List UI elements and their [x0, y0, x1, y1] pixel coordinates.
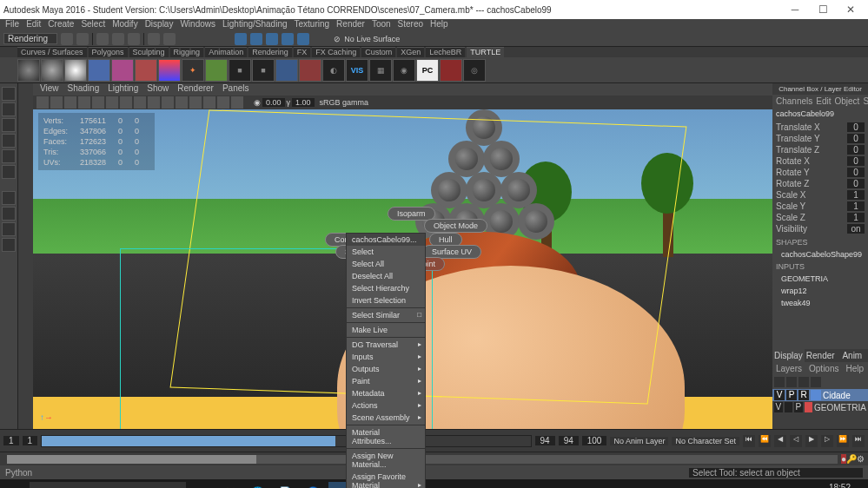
rewind-button[interactable]: ⏮ [743, 435, 755, 447]
ctx-item[interactable]: Scene Assembly [347, 412, 425, 424]
cortana-search[interactable]: ○ Pergunte-me alguma coisa [30, 482, 186, 488]
input-node[interactable]: GEOMETRIA [772, 273, 868, 285]
channel-attr[interactable]: Translate Z0 [776, 144, 865, 155]
vp-menu-item[interactable]: View [40, 83, 59, 96]
vp-tool-icon[interactable] [231, 96, 243, 109]
menu-create[interactable]: Create [48, 19, 74, 31]
channel-attr[interactable]: Rotate X0 [776, 155, 865, 167]
channel-attr[interactable]: Rotate Z0 [776, 178, 865, 189]
layer-menu-item[interactable]: Help [845, 364, 864, 373]
shelf-button[interactable] [111, 59, 134, 82]
ctx-item[interactable]: Actions [347, 399, 425, 412]
vp-tool-icon[interactable] [106, 96, 118, 109]
move-tool[interactable] [2, 134, 16, 148]
layer-button[interactable] [811, 377, 821, 387]
shelf-tab[interactable]: Rendering [248, 47, 292, 57]
ctx-make-live[interactable]: Make Live [347, 324, 425, 336]
layout-button[interactable] [2, 191, 16, 205]
vp-menu-item[interactable]: Shading [68, 83, 100, 96]
set-key-button[interactable]: 🔑 [846, 454, 857, 464]
shelf-button[interactable]: ◐ [322, 59, 345, 82]
input-node[interactable]: tweak49 [772, 297, 868, 309]
channel-attr[interactable]: Visibilityon [776, 223, 865, 234]
workspace-dropdown[interactable]: Rendering [3, 33, 57, 44]
shelf-tab[interactable]: LecheBR [426, 47, 465, 57]
fast-fwd-button[interactable]: ⏭ [852, 435, 865, 447]
channel-tab[interactable]: Channels [776, 96, 812, 106]
time-slider[interactable]: 1 1 94 94 100 No Anim Layer No Character… [0, 429, 868, 452]
menu-windows[interactable]: Windows [180, 19, 215, 31]
shelf-button[interactable] [205, 59, 228, 82]
taskbar-app[interactable]: 🔵 [301, 482, 325, 488]
menu-lighting/shading[interactable]: Lighting/Shading [222, 19, 288, 31]
shelf-button[interactable] [88, 59, 110, 82]
input-node[interactable]: wrap12 [772, 285, 868, 297]
ctx-item[interactable]: Paint [347, 375, 425, 387]
shelf-button[interactable] [158, 59, 181, 82]
shelf-button[interactable]: ■ [252, 59, 275, 82]
vp-tool-icon[interactable] [176, 96, 188, 109]
shelf-tab[interactable]: Curves / Surfaces [17, 47, 87, 57]
select-tool[interactable] [2, 87, 16, 101]
play-back-button[interactable]: ◁ [790, 435, 802, 447]
layer-button[interactable] [786, 377, 797, 387]
vp-menu-item[interactable]: Lighting [108, 83, 138, 96]
menu-render[interactable]: Render [336, 19, 365, 31]
shelf-tab[interactable]: Rigging [170, 47, 204, 57]
shelf-button[interactable] [275, 59, 298, 82]
display-tab[interactable]: Display [772, 349, 805, 362]
menu-select[interactable]: Select [81, 19, 105, 31]
tray-time[interactable]: 18:52 [807, 483, 851, 488]
layout-button[interactable] [2, 207, 16, 221]
ctx-select-similar[interactable]: Select Similar [347, 309, 425, 321]
toolbar-icon[interactable] [61, 33, 73, 45]
snap-icon[interactable] [235, 33, 247, 45]
vp-tool-icon[interactable] [78, 96, 90, 109]
vp-tool-icon[interactable] [189, 96, 202, 109]
shelf-tab[interactable]: XGen [397, 47, 424, 57]
minimize-button[interactable]: ─ [781, 3, 809, 16]
time-track[interactable] [41, 435, 531, 447]
vp-menu-item[interactable]: Show [147, 83, 169, 96]
vp-menu-item[interactable]: Renderer [177, 83, 214, 96]
playback-end[interactable]: 94 [559, 436, 579, 445]
shelf-button[interactable]: VIS [346, 59, 368, 82]
redo-icon[interactable] [163, 33, 176, 45]
taskbar-app[interactable]: 📁 [217, 482, 242, 488]
vp-tool-icon[interactable] [162, 96, 174, 109]
channel-attr[interactable]: Translate X0 [776, 122, 865, 133]
channel-attr[interactable]: Scale X1 [776, 189, 865, 201]
shelf-tab[interactable]: Polygons [89, 47, 128, 57]
ctx-item[interactable]: Deselect All [347, 270, 425, 282]
shelf-button[interactable] [41, 59, 63, 82]
layout-button[interactable] [2, 222, 16, 236]
display-tab[interactable]: Render [805, 349, 837, 362]
shelf-button[interactable]: ◎ [463, 59, 486, 82]
start-button[interactable]: ⊞ [2, 482, 26, 488]
task-view-button[interactable]: ▭ [189, 482, 214, 488]
ctx-item[interactable]: Select [347, 246, 425, 258]
channel-tab[interactable]: Edit [816, 96, 831, 106]
taskbar-app[interactable]: 📄 [273, 482, 297, 488]
range-slider[interactable]: ● 🔑 ⚙ [0, 452, 868, 465]
scale-tool[interactable] [2, 165, 16, 179]
close-button[interactable]: ✕ [837, 3, 865, 16]
shelf-button[interactable] [440, 59, 462, 82]
next-key-button[interactable]: ▷ [821, 435, 833, 447]
ctx-item[interactable]: Assign New Material... [347, 450, 425, 471]
menu-texturing[interactable]: Texturing [295, 19, 330, 31]
vp-tool-icon[interactable] [148, 96, 160, 109]
shelf-button[interactable]: PC [416, 59, 439, 82]
shelf-button[interactable] [64, 59, 87, 82]
lasso-tool[interactable] [2, 102, 16, 116]
system-tray[interactable]: ^ 🔊 POR 18:52 20/04/2017 💬 [759, 483, 866, 488]
ctx-item[interactable]: Select All [347, 258, 425, 270]
prev-key-button[interactable]: ◀ [774, 435, 786, 447]
vp-tool-icon[interactable] [120, 96, 132, 109]
layer-menu-item[interactable]: Options [809, 364, 838, 373]
save-scene-icon[interactable] [128, 33, 140, 45]
maximize-button[interactable]: ☐ [809, 3, 837, 16]
shelf-tab[interactable]: Custom [361, 47, 395, 57]
shape-node[interactable]: cachosCabeloShape99 [772, 248, 868, 260]
ctx-item[interactable]: Select Hierarchy [347, 282, 425, 294]
